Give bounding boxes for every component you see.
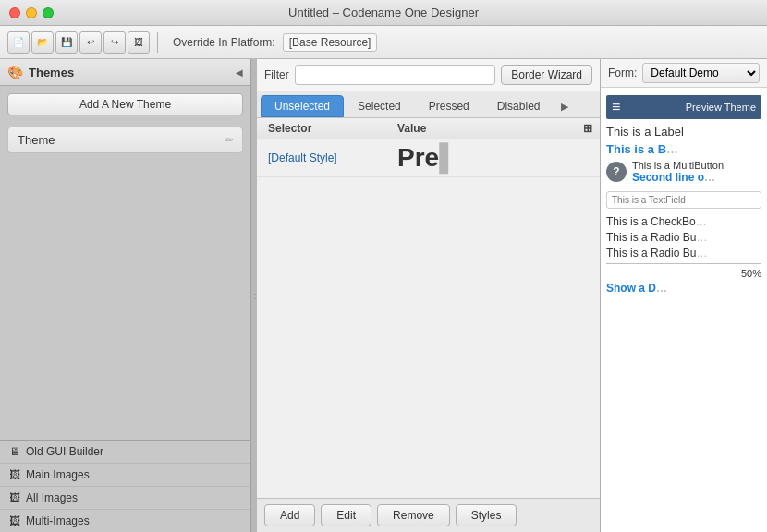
preview-link: Show a D…: [606, 282, 761, 295]
new-icon[interactable]: 📄: [7, 31, 30, 54]
tab-pressed[interactable]: Pressed: [415, 95, 483, 117]
remove-button[interactable]: Remove: [377, 504, 450, 526]
preview-textfield[interactable]: [606, 191, 761, 209]
main-images-icon: 🖼: [9, 468, 20, 481]
platform-value[interactable]: [Base Resource]: [283, 33, 378, 52]
all-images-icon: 🖼: [9, 491, 20, 504]
preview-radio-1: This is a Radio Bu…: [606, 231, 761, 244]
tab-more-icon[interactable]: ▶: [555, 97, 574, 116]
preview-checkbox: This is a CheckBo…: [606, 215, 761, 228]
row-selector-cell: [Default Style]: [261, 148, 390, 168]
tab-selected[interactable]: Selected: [344, 95, 415, 117]
add-button[interactable]: Add: [264, 504, 315, 526]
main-container: 🎨 Themes ◀ Add A New Theme Theme ✏ 🖥 Old…: [0, 59, 767, 532]
toolbar: 📄 📂 💾 ↩ ↪ 🖼 Override In Platform: [Base …: [0, 26, 767, 59]
preview-progress: 50%: [606, 268, 761, 279]
panel-collapse-icon[interactable]: ◀: [236, 67, 243, 78]
toolbar-icon-group: 📄 📂 💾 ↩ ↪ 🖼: [7, 31, 150, 54]
row-value-cell: Pre▌: [390, 139, 596, 176]
multi-images-item[interactable]: 🖼 Multi-Images: [0, 510, 250, 532]
middle-panel: Filter Border Wizard Unselected Selected…: [257, 59, 601, 532]
theme-item-edit-icon: ✏: [225, 135, 233, 145]
title-bar: Untitled – Codename One Designer: [0, 0, 767, 26]
add-theme-button[interactable]: Add A New Theme: [7, 93, 243, 115]
main-images-item[interactable]: 🖼 Main Images: [0, 464, 250, 487]
window-title: Untitled – Codename One Designer: [288, 6, 479, 19]
old-gui-builder-item[interactable]: 🖥 Old GUI Builder: [0, 441, 250, 464]
selector-column-header: Selector: [261, 118, 390, 139]
tab-disabled[interactable]: Disabled: [483, 95, 554, 117]
multibutton-question-icon: ?: [606, 162, 627, 182]
tabs-bar: Unselected Selected Pressed Disabled ▶: [257, 91, 600, 118]
preview-radio-2: This is a Radio Bu…: [606, 247, 761, 260]
preview-toolbar-menu-icon: ≡: [612, 99, 620, 115]
left-panel: 🎨 Themes ◀ Add A New Theme Theme ✏ 🖥 Old…: [0, 59, 251, 532]
preview-header: Form: Default Demo: [601, 59, 767, 88]
value-column-header: Value: [390, 118, 576, 139]
old-gui-icon: 🖥: [9, 445, 20, 458]
maximize-button[interactable]: [43, 7, 54, 18]
undo-icon[interactable]: ↩: [79, 31, 102, 54]
right-panel: Form: Default Demo ≡ Preview Theme This …: [601, 59, 767, 532]
open-icon[interactable]: 📂: [31, 31, 54, 54]
multi-images-icon: 🖼: [9, 514, 20, 527]
preview-button: This is a B…: [606, 142, 761, 156]
image-icon[interactable]: 🖼: [128, 31, 150, 54]
preview-multibutton: ? This is a MultiButton Second line o…: [606, 160, 761, 184]
form-label: Form:: [608, 66, 637, 79]
styles-button[interactable]: Styles: [456, 504, 517, 526]
multibutton-title: This is a MultiButton: [632, 160, 724, 171]
toolbar-divider: [157, 32, 158, 53]
theme-list: Theme ✏: [0, 123, 250, 440]
action-column-header: ⊞: [576, 118, 596, 139]
preview-toolbar: ≡ Preview Theme: [606, 95, 761, 119]
theme-item[interactable]: Theme ✏: [7, 127, 243, 153]
all-images-item[interactable]: 🖼 All Images: [0, 487, 250, 510]
edit-button[interactable]: Edit: [321, 504, 371, 526]
left-bottom-menu: 🖥 Old GUI Builder 🖼 Main Images 🖼 All Im…: [0, 440, 250, 532]
old-gui-label: Old GUI Builder: [26, 445, 103, 458]
preview-toolbar-title: Preview Theme: [686, 102, 756, 113]
table-row[interactable]: [Default Style] Pre▌: [257, 139, 600, 177]
window-controls: [9, 7, 54, 18]
minimize-button[interactable]: [26, 7, 37, 18]
preview-label: This is a Label: [606, 125, 761, 139]
themes-panel-title: Themes: [29, 66, 74, 79]
theme-item-label: Theme: [18, 133, 55, 147]
redo-icon[interactable]: ↪: [103, 31, 126, 54]
main-images-label: Main Images: [26, 468, 90, 481]
all-images-label: All Images: [26, 491, 78, 504]
filter-input[interactable]: [295, 65, 496, 85]
tab-unselected[interactable]: Unselected: [261, 95, 344, 117]
close-button[interactable]: [9, 7, 20, 18]
action-bar: Add Edit Remove Styles: [257, 498, 600, 532]
multi-images-label: Multi-Images: [26, 514, 90, 527]
form-select[interactable]: Default Demo: [642, 63, 760, 83]
preview-content: ≡ Preview Theme This is a Label This is …: [601, 88, 767, 532]
save-icon[interactable]: 💾: [55, 31, 78, 54]
border-wizard-button[interactable]: Border Wizard: [501, 65, 592, 85]
multibutton-second-line: Second line o…: [632, 171, 724, 184]
table-body: [Default Style] Pre▌: [257, 139, 600, 498]
table-header: Selector Value ⊞: [257, 118, 600, 139]
preview-divider: [606, 263, 761, 264]
themes-panel-header: 🎨 Themes ◀: [0, 59, 250, 86]
platform-label: Override In Platform:: [173, 36, 275, 49]
filter-label: Filter: [264, 68, 289, 81]
filter-bar: Filter Border Wizard: [257, 59, 600, 91]
themes-icon: 🎨: [7, 65, 23, 79]
